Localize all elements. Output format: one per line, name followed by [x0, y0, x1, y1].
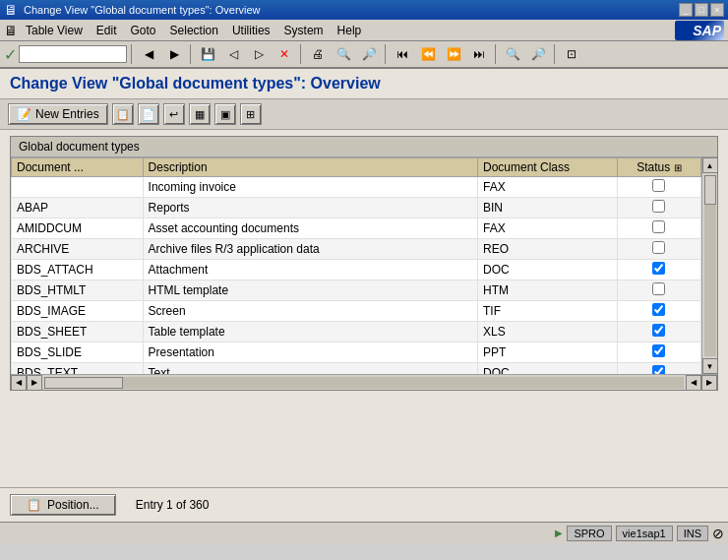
command-input[interactable]: [19, 45, 127, 63]
cell-class: BIN: [478, 198, 618, 218]
col-header-class: Document Class: [478, 158, 618, 177]
scroll-left-end-button[interactable]: ◀: [686, 375, 701, 391]
find-button[interactable]: 🔍: [332, 43, 355, 65]
select-all-button[interactable]: ▦: [189, 103, 211, 125]
toolbar-separator-2: [190, 44, 192, 64]
col-settings-icon[interactable]: ⊞: [674, 162, 682, 173]
table-row[interactable]: BDS_IMAGEScreenTIF: [12, 301, 701, 322]
zoom-in-button[interactable]: 🔍: [501, 43, 524, 65]
menu-bar: 🖥 Table View Edit Goto Selection Utiliti…: [0, 20, 728, 41]
position-label: Position...: [47, 498, 99, 512]
menu-utilities[interactable]: Utilities: [226, 22, 276, 39]
status-checkbox[interactable]: [652, 344, 665, 357]
horizontal-scrollbar[interactable]: ◀ ▶ ◀ ▶: [11, 374, 717, 390]
undo-button[interactable]: ↩: [163, 103, 185, 125]
menu-edit[interactable]: Edit: [91, 22, 123, 39]
cell-description: Text: [143, 363, 477, 375]
scroll-right-end-button[interactable]: ▶: [701, 375, 717, 391]
forward-button[interactable]: ▶: [162, 43, 186, 65]
maximize-button[interactable]: □: [695, 3, 708, 17]
status-checkbox[interactable]: [652, 365, 665, 374]
table-row[interactable]: BDS_HTMLTHTML templateHTM: [12, 280, 701, 301]
status-checkbox[interactable]: [652, 262, 665, 275]
table-row[interactable]: BDS_ATTACHAttachmentDOC: [12, 260, 701, 280]
cell-status[interactable]: [617, 260, 700, 280]
cell-status[interactable]: [617, 198, 700, 218]
cell-status[interactable]: [617, 177, 700, 198]
table-row[interactable]: ABAPReportsBIN: [12, 198, 701, 218]
menu-system[interactable]: System: [278, 22, 330, 39]
cell-status[interactable]: [617, 218, 700, 239]
cell-status[interactable]: [617, 280, 700, 301]
prev-button[interactable]: ◁: [221, 43, 245, 65]
table-section-title: Global document types: [11, 137, 717, 157]
table-row[interactable]: AMIDDCUMAsset accounting documentsFAX: [12, 218, 701, 239]
cell-status[interactable]: [617, 301, 700, 322]
table-row[interactable]: ARCHIVEArchive files R/3 application dat…: [12, 239, 701, 260]
table-body: Incoming invoiceFAXABAPReportsBINAMIDDCU…: [12, 177, 701, 375]
menu-goto[interactable]: Goto: [125, 22, 162, 39]
menu-help[interactable]: Help: [332, 22, 368, 39]
status-checkbox[interactable]: [652, 179, 665, 192]
find-next-button[interactable]: 🔎: [357, 43, 381, 65]
col-header-status: Status ⊞: [617, 158, 700, 177]
cell-status[interactable]: [617, 363, 700, 375]
first-page-button[interactable]: ⏮: [391, 43, 414, 65]
cell-status[interactable]: [617, 322, 700, 342]
cell-description: Reports: [143, 198, 477, 218]
cell-status[interactable]: [617, 239, 700, 260]
status-checkbox[interactable]: [652, 282, 665, 295]
cell-class: PPT: [478, 342, 618, 363]
menu-tableview[interactable]: Table View: [20, 22, 89, 39]
last-page-button[interactable]: ⏭: [467, 43, 491, 65]
new-entries-button[interactable]: 📝 New Entries: [8, 103, 108, 125]
status-checkbox[interactable]: [652, 220, 665, 233]
table-row[interactable]: BDS_SHEETTable templateXLS: [12, 322, 701, 342]
toolbar-separator-6: [554, 44, 556, 64]
copy-button[interactable]: 📋: [112, 103, 134, 125]
table-row[interactable]: Incoming invoiceFAX: [12, 177, 701, 198]
status-checkbox[interactable]: [652, 324, 665, 337]
position-button[interactable]: 📋 Position...: [10, 494, 116, 516]
zoom-out-button[interactable]: 🔎: [526, 43, 550, 65]
h-scroll-thumb[interactable]: [44, 377, 123, 389]
next-page-button[interactable]: ⏩: [442, 43, 465, 65]
next-step-button[interactable]: ▷: [247, 43, 271, 65]
cell-class: XLS: [478, 322, 618, 342]
scroll-right-small-button[interactable]: ▶: [27, 375, 42, 391]
toolbar-separator-1: [131, 44, 133, 64]
deselect-button[interactable]: ▣: [214, 103, 236, 125]
scroll-thumb[interactable]: [704, 175, 716, 205]
print-button[interactable]: 🖨: [306, 43, 330, 65]
details-button[interactable]: 📄: [138, 103, 159, 125]
expand-right-button[interactable]: ⊡: [560, 43, 583, 65]
cell-class: TIF: [478, 301, 618, 322]
title-bar-buttons: _ □ ×: [679, 3, 724, 17]
cell-document: ABAP: [12, 198, 144, 218]
cell-document: BDS_SLIDE: [12, 342, 144, 363]
minimize-button[interactable]: _: [679, 3, 693, 17]
scroll-up-button[interactable]: ▲: [702, 157, 718, 173]
cell-document: BDS_TEXT: [12, 363, 144, 375]
scroll-left-button[interactable]: ◀: [11, 375, 27, 391]
toolbar: ✓ ◀ ▶ 💾 ◁ ▷ ✕ 🖨 🔍 🔎 ⏮ ⏪ ⏩ ⏭ 🔍 🔎 ⊡: [0, 41, 728, 69]
cell-status[interactable]: [617, 342, 700, 363]
menu-selection[interactable]: Selection: [164, 22, 224, 39]
filter-button[interactable]: ⊞: [240, 103, 262, 125]
status-checkbox[interactable]: [652, 200, 665, 213]
prev-page-button[interactable]: ⏪: [416, 43, 440, 65]
scroll-down-button[interactable]: ▼: [702, 358, 718, 374]
vertical-scrollbar[interactable]: ▲ ▼: [701, 157, 717, 374]
close-button[interactable]: ×: [710, 3, 724, 17]
position-icon: 📋: [27, 498, 41, 512]
cell-document: AMIDDCUM: [12, 218, 144, 239]
save-button[interactable]: 💾: [196, 43, 219, 65]
table-row[interactable]: BDS_TEXTTextDOC: [12, 363, 701, 375]
status-checkbox[interactable]: [652, 241, 665, 254]
status-checkbox[interactable]: [652, 303, 665, 316]
cancel-button[interactable]: ✕: [273, 43, 296, 65]
toolbar-check-icon[interactable]: ✓: [4, 45, 17, 64]
table-row[interactable]: BDS_SLIDEPresentationPPT: [12, 342, 701, 363]
back-button[interactable]: ◀: [137, 43, 160, 65]
cell-description: Asset accounting documents: [143, 218, 477, 239]
